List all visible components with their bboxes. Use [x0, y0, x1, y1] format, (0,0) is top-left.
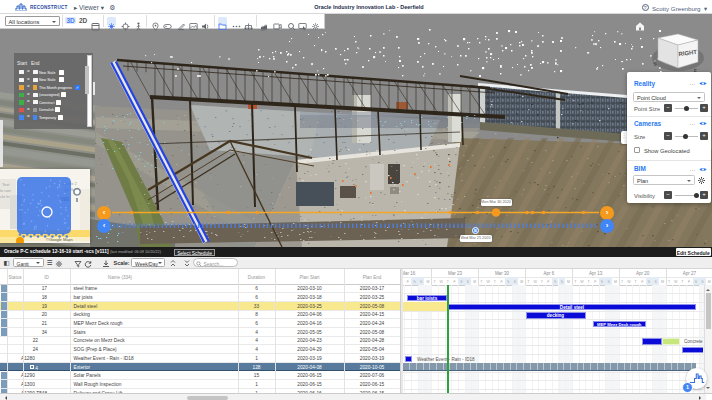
svg-text:©Google Maps: ©Google Maps: [46, 237, 73, 242]
svg-text:BIM: BIM: [261, 28, 265, 30]
svg-text:Text: Text: [2, 182, 10, 187]
svg-text:cle In: cle In: [0, 194, 10, 199]
svg-text:le con: le con: [0, 188, 11, 193]
